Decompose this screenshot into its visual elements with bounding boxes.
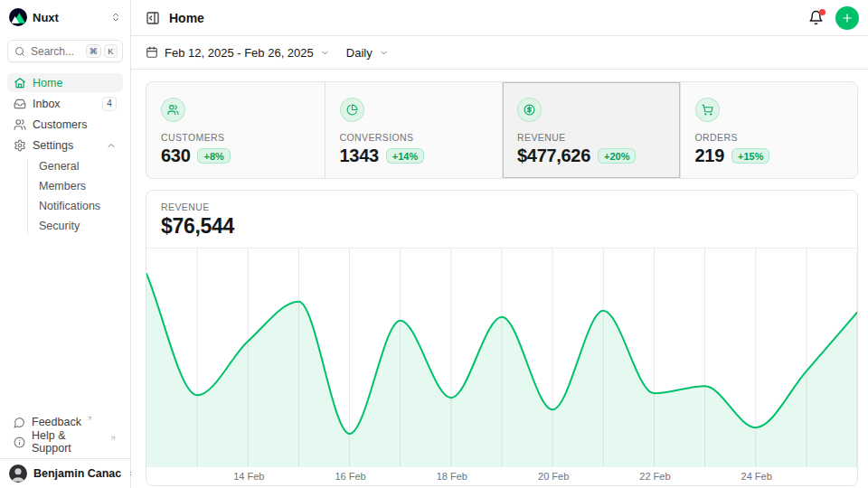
stats-row: CUSTOMERS630+8%CONVERSIONS1343+14%REVENU… xyxy=(146,81,858,179)
user-name: Benjamin Canac xyxy=(33,467,121,480)
sidebar-item-label: Customers xyxy=(33,118,87,131)
stat-change-badge: +20% xyxy=(598,148,636,164)
sidebar-subitem-label: Security xyxy=(39,220,80,232)
sidebar-item-settings[interactable]: Settings xyxy=(7,136,123,155)
stat-value: 219 xyxy=(695,145,724,166)
stat-value: 1343 xyxy=(340,145,379,166)
chevron-down-icon xyxy=(320,48,330,58)
notifications-button[interactable] xyxy=(808,10,824,25)
arrow-up-right xyxy=(109,435,117,442)
inbox-icon xyxy=(14,98,26,110)
sidebar-subitem-members[interactable]: Members xyxy=(7,176,123,196)
stat-icon-wrap xyxy=(340,98,364,122)
add-button[interactable] xyxy=(835,6,859,30)
sidebar-subitem-security[interactable]: Security xyxy=(7,216,123,236)
kbd-k: K xyxy=(104,44,118,58)
chevron-up xyxy=(106,140,117,151)
sidebar-subitem-notifications[interactable]: Notifications xyxy=(7,196,123,216)
user-menu[interactable]: Benjamin Canac xyxy=(0,458,130,488)
notification-dot xyxy=(819,9,826,15)
x-tick-label: 18 Feb xyxy=(437,471,467,482)
avatar xyxy=(9,465,27,483)
x-tick-label: 14 Feb xyxy=(233,471,264,482)
x-tick-label: 20 Feb xyxy=(538,471,569,482)
stat-value-row: 219+15% xyxy=(695,145,844,166)
users-icon xyxy=(14,118,26,131)
stat-change-badge: +15% xyxy=(731,148,769,164)
sidebar-nav: HomeInbox4CustomersSettingsGeneralMember… xyxy=(0,73,130,238)
chart-header: REVENUE $76,544 xyxy=(146,191,857,248)
stat-label: CONVERSIONS xyxy=(340,132,488,143)
info-icon xyxy=(14,436,25,448)
stat-change-badge: +8% xyxy=(197,148,230,164)
x-tick-label: 16 Feb xyxy=(335,471,365,482)
stat-card-conversions[interactable]: CONVERSIONS1343+14% xyxy=(325,82,503,178)
stat-change-badge: +14% xyxy=(386,148,424,164)
sidebar-link-label: Feedback xyxy=(32,416,81,428)
message-circle-icon xyxy=(14,417,25,428)
plus-icon xyxy=(841,12,854,24)
search-input[interactable]: Search... ⌘ K xyxy=(7,40,123,62)
sidebar-subitem-general[interactable]: General xyxy=(7,156,123,176)
main-area: Home Feb 12, 2025 - Feb 26, 2025 Daily xyxy=(131,0,868,488)
stat-value: 630 xyxy=(161,145,190,166)
nuxt-logo-icon xyxy=(9,8,27,26)
gear-icon xyxy=(14,139,26,152)
stat-value-row: 630+8% xyxy=(161,145,310,166)
search-shortcut: ⌘ K xyxy=(86,44,118,58)
revenue-chart-card: REVENUE $76,544 14 Feb16 Feb18 Feb20 Feb… xyxy=(146,190,858,486)
stat-label: ORDERS xyxy=(695,132,844,143)
kbd-cmd: ⌘ xyxy=(86,44,102,58)
cart-icon xyxy=(702,104,713,116)
workspace-switcher[interactable]: Nuxt xyxy=(0,0,130,26)
app-window: Nuxt Search... ⌘ K HomeInbox4CustomersSe… xyxy=(0,0,868,488)
date-range-label: Feb 12, 2025 - Feb 26, 2025 xyxy=(165,46,314,60)
stat-icon-wrap xyxy=(517,98,542,122)
users-icon xyxy=(167,104,179,116)
chart-metric-value: $76,544 xyxy=(161,214,843,239)
stat-card-customers[interactable]: CUSTOMERS630+8% xyxy=(146,82,325,178)
x-tick-label: 24 Feb xyxy=(741,471,772,482)
chart-metric-label: REVENUE xyxy=(161,202,843,212)
arrow-up-right xyxy=(86,415,93,422)
chevrons-up-down-icon xyxy=(110,12,121,23)
dollar-circle-icon xyxy=(524,104,535,116)
page-header: Home xyxy=(131,0,868,36)
stat-icon-wrap xyxy=(695,98,720,122)
sidebar-subitem-label: General xyxy=(39,160,79,173)
sidebar-item-customers[interactable]: Customers xyxy=(7,115,123,134)
sidebar-subitem-label: Notifications xyxy=(39,200,100,212)
stat-card-orders[interactable]: ORDERS219+15% xyxy=(680,82,858,178)
sidebar-item-label: Settings xyxy=(33,139,73,152)
page-title: Home xyxy=(169,11,204,25)
inbox-count-badge: 4 xyxy=(102,97,117,111)
stat-label: CUSTOMERS xyxy=(161,132,310,143)
date-range-picker[interactable]: Feb 12, 2025 - Feb 26, 2025 xyxy=(146,46,330,60)
sidebar-link-label: Help & Support xyxy=(32,429,105,455)
sidebar-item-label: Home xyxy=(33,77,62,89)
sidebar-spacer xyxy=(0,238,130,412)
search-placeholder: Search... xyxy=(31,45,74,58)
filter-toolbar: Feb 12, 2025 - Feb 26, 2025 Daily xyxy=(131,36,868,70)
page-content: CUSTOMERS630+8%CONVERSIONS1343+14%REVENU… xyxy=(131,70,868,488)
stat-value: $477,626 xyxy=(517,145,590,166)
sidebar-subitem-label: Members xyxy=(39,180,86,192)
chevron-down-icon xyxy=(379,48,389,58)
collapse-sidebar-icon[interactable] xyxy=(146,11,160,25)
stat-label: REVENUE xyxy=(517,132,665,143)
stat-value-row: $477,626+20% xyxy=(517,145,665,166)
sidebar-link-help-support[interactable]: Help & Support xyxy=(7,432,123,452)
period-label: Daily xyxy=(346,46,373,60)
period-select[interactable]: Daily xyxy=(346,46,389,60)
chart-canvas xyxy=(146,249,857,467)
revenue-area-chart[interactable] xyxy=(146,248,857,467)
sidebar-item-inbox[interactable]: Inbox4 xyxy=(7,94,123,113)
stat-card-revenue[interactable]: REVENUE$477,626+20% xyxy=(502,82,680,178)
search-icon xyxy=(14,46,25,57)
home-icon xyxy=(14,77,26,89)
stat-icon-wrap xyxy=(161,98,185,122)
sidebar-footer-links: FeedbackHelp & Support xyxy=(0,412,130,458)
sidebar-item-home[interactable]: Home xyxy=(7,73,123,92)
calendar-icon xyxy=(146,46,158,59)
workspace-name: Nuxt xyxy=(33,11,59,24)
